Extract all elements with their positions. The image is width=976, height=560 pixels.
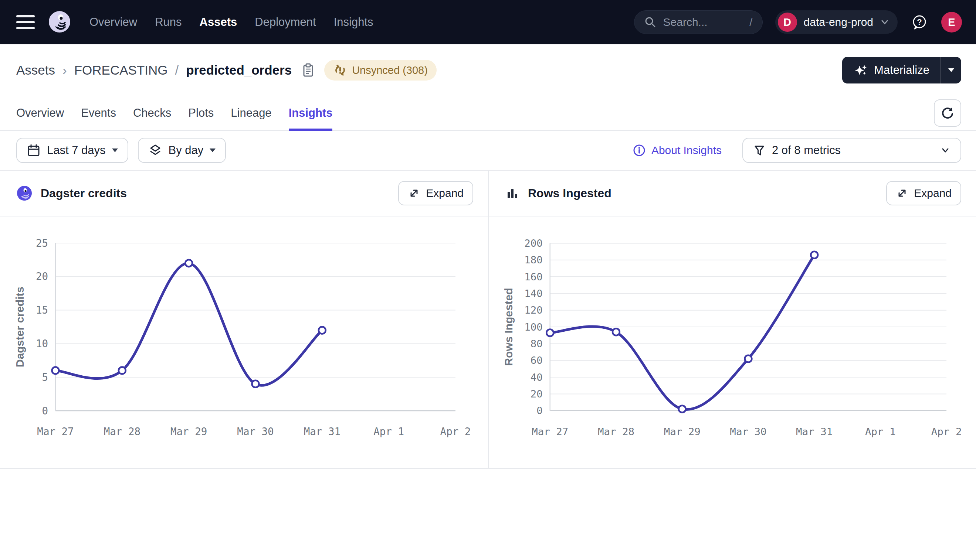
- refresh-button[interactable]: [934, 99, 961, 127]
- sync-alert-icon: [333, 63, 347, 77]
- calendar-icon: [27, 143, 41, 157]
- chevron-down-icon: [880, 17, 889, 27]
- svg-text:60: 60: [530, 355, 543, 366]
- asset-tabs: Overview Events Checks Plots Lineage Ins…: [0, 96, 976, 131]
- menu-icon[interactable]: [16, 15, 35, 29]
- svg-text:10: 10: [36, 338, 48, 350]
- expand-icon: [896, 187, 908, 200]
- nav-item-assets[interactable]: Assets: [200, 15, 237, 29]
- expand-label: Expand: [914, 187, 952, 200]
- breadcrumb-chevron: ›: [62, 63, 67, 78]
- svg-text:40: 40: [530, 372, 543, 383]
- svg-text:Mar 30: Mar 30: [237, 425, 274, 437]
- search-icon: [644, 16, 657, 28]
- user-avatar[interactable]: E: [941, 12, 962, 33]
- svg-text:140: 140: [524, 288, 543, 299]
- breadcrumb-assets-link[interactable]: Assets: [16, 63, 55, 78]
- caret-down-icon: [948, 68, 954, 72]
- asset-name: predicted_orders: [186, 63, 292, 78]
- layers-icon: [148, 143, 162, 157]
- svg-text:Mar 30: Mar 30: [730, 426, 766, 437]
- svg-text:0: 0: [536, 405, 543, 416]
- svg-text:Mar 27: Mar 27: [531, 426, 568, 437]
- dagster-logo-icon[interactable]: [47, 10, 72, 34]
- tab-checks[interactable]: Checks: [133, 96, 171, 130]
- workspace-switcher[interactable]: D data-eng-prod: [775, 10, 897, 34]
- tab-overview[interactable]: Overview: [16, 96, 64, 130]
- about-insights-link[interactable]: About Insights: [632, 143, 722, 157]
- svg-text:Mar 28: Mar 28: [104, 425, 140, 437]
- filter-funnel-icon: [753, 144, 766, 157]
- copy-asset-key-button[interactable]: [301, 63, 314, 78]
- search-shortcut-hint: /: [749, 16, 752, 28]
- svg-text:Apr 1: Apr 1: [373, 425, 404, 437]
- help-icon[interactable]: ?: [910, 13, 929, 32]
- materialize-label: Materialize: [874, 63, 929, 77]
- primary-nav: Overview Runs Assets Deployment Insights: [89, 15, 373, 29]
- nav-item-overview[interactable]: Overview: [89, 15, 137, 29]
- expand-button-rows-ingested[interactable]: Expand: [886, 181, 961, 205]
- svg-text:100: 100: [524, 322, 543, 333]
- svg-text:200: 200: [524, 238, 543, 249]
- clipboard-icon: [301, 63, 314, 78]
- status-badge[interactable]: Unsynced (308): [324, 60, 436, 80]
- expand-label: Expand: [426, 187, 464, 200]
- granularity-dropdown[interactable]: By day: [138, 138, 226, 163]
- tab-events[interactable]: Events: [81, 96, 116, 130]
- search-input[interactable]: [662, 15, 744, 29]
- svg-text:5: 5: [42, 371, 48, 383]
- tab-plots[interactable]: Plots: [188, 96, 214, 130]
- svg-text:Mar 27: Mar 27: [37, 425, 74, 437]
- svg-text:Mar 29: Mar 29: [170, 425, 207, 437]
- svg-text:?: ?: [917, 17, 922, 27]
- tab-insights[interactable]: Insights: [289, 96, 333, 130]
- search-box[interactable]: /: [634, 10, 763, 34]
- status-badge-label: Unsynced (308): [352, 64, 428, 77]
- dagster-credits-line-chart[interactable]: 0510152025Mar 27Mar 28Mar 29Mar 30Mar 31…: [0, 217, 488, 468]
- chart-panel-rows-ingested: Rows Ingested Expand 0204060801001201401…: [488, 171, 976, 468]
- svg-text:Rows Ingested: Rows Ingested: [502, 288, 515, 366]
- breadcrumb: Assets › FORECASTING / predicted_orders: [16, 63, 314, 78]
- insights-filter-bar: Last 7 days By day About Insights 2 of 8…: [0, 131, 976, 171]
- svg-text:15: 15: [36, 304, 48, 316]
- svg-text:25: 25: [36, 237, 48, 249]
- caret-down-icon: [210, 148, 216, 152]
- svg-text:Apr 2: Apr 2: [440, 425, 471, 437]
- refresh-icon: [940, 105, 955, 121]
- svg-text:Dagster credits: Dagster credits: [14, 287, 26, 367]
- bar-chart-icon: [505, 186, 520, 201]
- svg-text:Apr 2: Apr 2: [931, 426, 962, 437]
- sparkle-icon: [853, 63, 868, 78]
- svg-text:20: 20: [530, 388, 543, 400]
- svg-text:160: 160: [524, 271, 543, 283]
- dagster-credits-icon: [16, 185, 33, 201]
- svg-text:Apr 1: Apr 1: [865, 426, 896, 437]
- deployment-badge: D: [778, 13, 797, 32]
- nav-item-runs[interactable]: Runs: [155, 15, 182, 29]
- chart-title: Rows Ingested: [528, 187, 612, 200]
- breadcrumb-group-link[interactable]: FORECASTING: [74, 63, 168, 78]
- info-icon: [632, 143, 646, 157]
- svg-text:Mar 29: Mar 29: [664, 426, 700, 437]
- nav-item-deployment[interactable]: Deployment: [255, 15, 316, 29]
- date-range-dropdown[interactable]: Last 7 days: [16, 138, 128, 163]
- expand-button-dagster-credits[interactable]: Expand: [398, 181, 473, 205]
- tab-lineage[interactable]: Lineage: [231, 96, 271, 130]
- svg-text:80: 80: [530, 338, 543, 350]
- about-insights-label: About Insights: [652, 144, 722, 157]
- svg-text:Mar 31: Mar 31: [304, 425, 341, 437]
- rows-ingested-line-chart[interactable]: 020406080100120140160180200Mar 27Mar 28M…: [489, 217, 976, 468]
- insights-charts: Dagster credits Expand 0510152025Mar 27M…: [0, 171, 976, 469]
- nav-item-insights[interactable]: Insights: [334, 15, 373, 29]
- metrics-filter-select[interactable]: 2 of 8 metrics: [742, 138, 961, 163]
- materialize-button[interactable]: Materialize: [842, 57, 941, 83]
- expand-icon: [408, 187, 420, 200]
- date-range-label: Last 7 days: [47, 144, 106, 157]
- svg-text:Mar 28: Mar 28: [598, 426, 634, 437]
- breadcrumb-separator: /: [175, 63, 179, 78]
- granularity-label: By day: [169, 144, 204, 157]
- materialize-options-button[interactable]: [941, 57, 961, 83]
- caret-down-icon: [112, 148, 118, 152]
- chevron-down-icon: [940, 145, 951, 156]
- svg-text:0: 0: [42, 405, 48, 417]
